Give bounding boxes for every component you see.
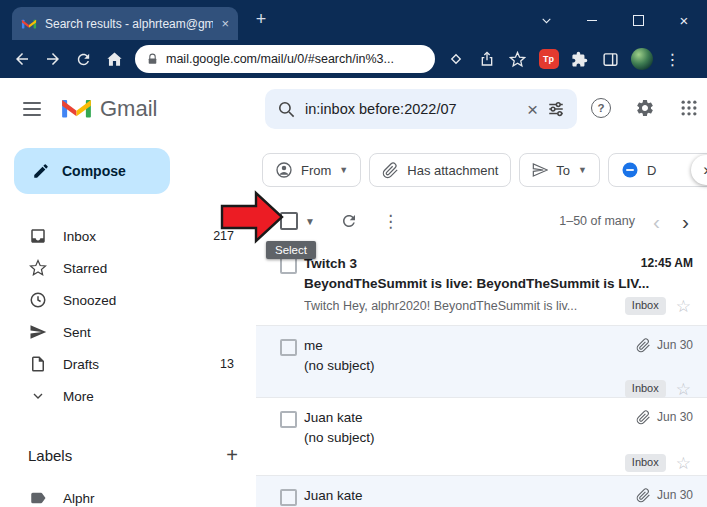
row-checkbox[interactable] xyxy=(280,257,297,274)
minus-circle-icon xyxy=(621,161,639,179)
chip-label: From xyxy=(301,163,331,178)
gmail-logo-icon xyxy=(60,95,93,124)
titlebar: Search results - alphrteam@gma × + × xyxy=(0,0,707,40)
star-toggle-icon[interactable]: ☆ xyxy=(676,455,691,472)
settings-gear-icon[interactable] xyxy=(635,98,655,118)
attachment-icon xyxy=(382,162,399,179)
newer-page-icon[interactable]: ‹ xyxy=(653,211,660,232)
filter-chip-to[interactable]: To ▼ xyxy=(519,153,600,187)
email-list-panel: From ▼ Has attachment To ▼ D xyxy=(256,140,707,507)
attachment-icon xyxy=(636,338,651,353)
browser-tab[interactable]: Search results - alphrteam@gma × xyxy=(12,7,238,40)
attachment-icon xyxy=(636,410,651,425)
home-icon[interactable] xyxy=(99,44,130,74)
star-toggle-icon[interactable]: ☆ xyxy=(676,298,691,315)
filter-chip-has-attachment[interactable]: Has attachment xyxy=(369,153,511,187)
list-toolbar: ▼ ⋮ 1–50 of many ‹ › xyxy=(256,198,707,244)
forward-icon[interactable] xyxy=(37,44,68,74)
sidebar-item-sent[interactable]: Sent xyxy=(0,316,256,348)
email-subject: (no subject) xyxy=(304,355,693,377)
apps-grid-icon[interactable] xyxy=(679,98,699,118)
search-options-icon[interactable] xyxy=(547,100,565,118)
row-checkbox[interactable] xyxy=(280,489,297,506)
tab-title: Search results - alphrteam@gma xyxy=(45,17,213,31)
filter-chip-from[interactable]: From ▼ xyxy=(262,153,361,187)
url-text: mail.google.com/mail/u/0/#search/in%3... xyxy=(166,52,394,66)
sidebar-item-label: Starred xyxy=(63,261,107,276)
email-time: 12:45 AM xyxy=(641,256,693,270)
share-icon[interactable] xyxy=(471,44,502,74)
sidebar-item-more[interactable]: More xyxy=(0,380,256,412)
email-snippet: Twitch Hey, alphr2020! BeyondTheSummit i… xyxy=(304,299,615,313)
gmail-brand-text: Gmail xyxy=(100,96,157,122)
email-sender: Juan kate xyxy=(304,410,363,425)
sidebar-item-label: Sent xyxy=(63,325,91,340)
back-icon[interactable] xyxy=(6,44,37,74)
email-time: Jun 30 xyxy=(657,488,693,502)
main-menu-icon[interactable] xyxy=(23,102,41,116)
extensions-puzzle-icon[interactable] xyxy=(564,44,595,74)
chevron-down-icon xyxy=(28,387,47,406)
maximize-button[interactable] xyxy=(615,0,661,40)
tab-close-icon[interactable]: × xyxy=(221,16,229,31)
reading-mode-icon[interactable] xyxy=(440,44,471,74)
email-row[interactable]: Juan kate Jun 30 xyxy=(256,476,707,507)
row-checkbox[interactable] xyxy=(280,339,297,356)
email-subject: (no subject) xyxy=(304,427,693,449)
close-window-button[interactable]: × xyxy=(661,0,707,40)
reload-icon[interactable] xyxy=(68,44,99,74)
new-tab-button[interactable]: + xyxy=(250,9,272,30)
send-icon xyxy=(532,162,548,178)
email-row[interactable]: Twitch 3 12:45 AM BeyondTheSummit is liv… xyxy=(256,244,707,326)
clock-icon xyxy=(28,291,47,310)
inbox-icon xyxy=(28,227,47,246)
email-subject: BeyondTheSummit is live: BeyondTheSummit… xyxy=(304,273,693,295)
email-row[interactable]: me Jun 30 (no subject) Inbox ☆ xyxy=(256,326,707,398)
send-icon xyxy=(28,323,47,342)
sidebar-item-snoozed[interactable]: Snoozed xyxy=(0,284,256,316)
profile-avatar[interactable] xyxy=(626,44,657,74)
minimize-button[interactable] xyxy=(569,0,615,40)
create-label-icon[interactable]: + xyxy=(226,445,238,465)
tab-search-chevron-icon[interactable] xyxy=(523,0,569,40)
side-panel-icon[interactable] xyxy=(595,44,626,74)
email-row[interactable]: Juan kate Jun 30 (no subject) Inbox ☆ xyxy=(256,398,707,476)
chip-label: Has attachment xyxy=(407,163,498,178)
search-bar[interactable]: in:inbox before:2022/07 × xyxy=(265,89,577,129)
inbox-badge: Inbox xyxy=(625,454,666,471)
inbox-badge: Inbox xyxy=(625,380,666,397)
older-page-icon[interactable]: › xyxy=(682,211,689,232)
draft-icon xyxy=(28,355,47,374)
search-icon[interactable] xyxy=(277,100,296,119)
bookmark-star-icon[interactable] xyxy=(502,44,533,74)
clear-search-icon[interactable]: × xyxy=(527,100,538,119)
refresh-icon[interactable] xyxy=(340,212,358,230)
sidebar-item-drafts[interactable]: Drafts 13 xyxy=(0,348,256,380)
email-time: Jun 30 xyxy=(657,338,693,352)
compose-button[interactable]: Compose xyxy=(14,148,170,194)
select-tooltip: Select xyxy=(266,241,316,259)
more-options-icon[interactable]: ⋮ xyxy=(382,211,399,232)
window-controls: × xyxy=(523,0,707,40)
person-circle-icon xyxy=(275,161,293,179)
extension-tp-icon[interactable]: Tp xyxy=(533,44,564,74)
attachment-icon xyxy=(636,488,651,503)
label-name: Alphr xyxy=(63,491,95,506)
lock-icon[interactable] xyxy=(146,53,159,66)
sidebar-label-alphr[interactable]: Alphr xyxy=(0,482,256,507)
row-checkbox[interactable] xyxy=(280,411,297,428)
pagination-text: 1–50 of many xyxy=(559,214,635,228)
sidebar-item-starred[interactable]: Starred xyxy=(0,252,256,284)
search-input[interactable]: in:inbox before:2022/07 xyxy=(305,101,518,117)
sidebar-item-inbox[interactable]: Inbox 217 xyxy=(0,220,256,252)
star-icon xyxy=(28,259,47,278)
address-bar[interactable]: mail.google.com/mail/u/0/#search/in%3... xyxy=(135,45,435,73)
sidebar-item-label: Snoozed xyxy=(63,293,116,308)
help-icon[interactable]: ? xyxy=(591,98,611,118)
drafts-count: 13 xyxy=(220,357,234,371)
browser-menu-icon[interactable]: ⋮ xyxy=(657,44,688,74)
star-toggle-icon[interactable]: ☆ xyxy=(676,381,691,398)
select-dropdown-icon[interactable]: ▼ xyxy=(305,216,315,227)
email-sender: Juan kate xyxy=(304,488,363,503)
extension-tp-badge: Tp xyxy=(539,49,559,69)
